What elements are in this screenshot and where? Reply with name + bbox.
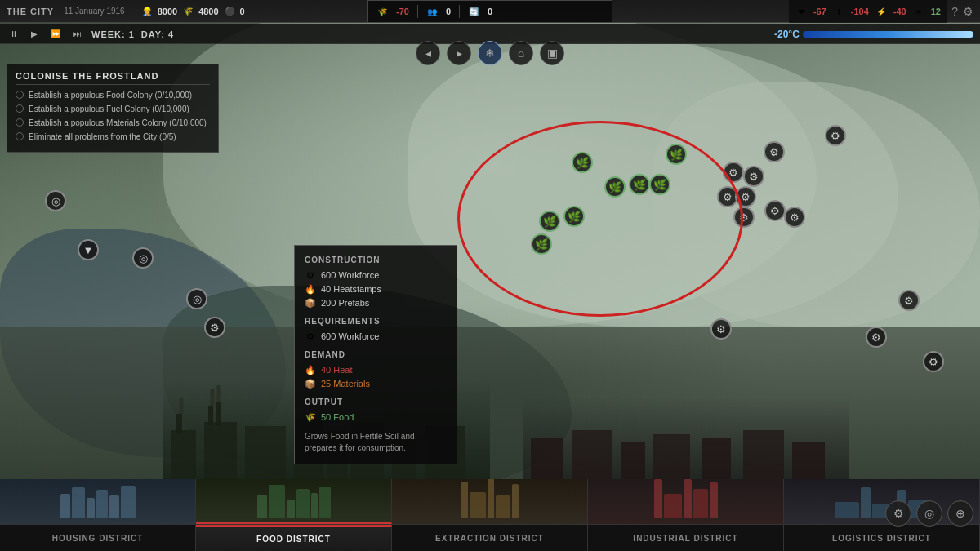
map-marker-left[interactable]: ◎ [45,190,66,211]
map-marker-food[interactable]: 🌿 [572,152,593,173]
settings-panel-button[interactable]: ⚙ [885,500,911,527]
play-button[interactable]: ▶ [28,28,41,40]
map-marker-right[interactable]: ⚙ [784,207,805,228]
tab-industrial[interactable]: INDUSTRIAL DISTRICT [588,525,784,551]
coal-value: 0 [240,7,245,16]
demand-title: DEMAND [305,350,447,359]
map-marker-right[interactable]: ⚙ [764,200,786,221]
top-right-bar: ❤ -67 ✝ -104 ⚡ -40 ☀ 12 [789,0,947,23]
mission-panel: COLONISE THE FROSTLAND Establish a popul… [7,64,219,153]
fast-forward-button[interactable]: ⏩ [47,28,64,40]
workforce-icon: ⚙ [305,269,316,281]
svg-rect-14 [531,438,564,479]
map-marker-right[interactable]: ⚙ [898,290,920,311]
mission-radio-1 [16,91,24,99]
mission-item-1: Establish a populous Food Colony (0/10,0… [16,90,210,100]
mission-radio-4 [16,132,24,140]
day-label: DAY: 4 [141,29,174,39]
temp-track [803,31,973,38]
map-marker-right[interactable]: ⚙ [735,186,756,207]
top-right-controls: ? ⚙ [951,5,973,18]
construction-row-1: ⚙ 600 Workforce [305,269,447,281]
svg-rect-4 [216,402,221,426]
map-marker-left[interactable]: ◎ [186,288,207,309]
tab-food[interactable]: FOOD DISTRICT [196,525,392,551]
housing-thumbnail[interactable] [0,479,196,524]
svg-rect-20 [792,442,825,479]
map-marker-left[interactable]: ◎ [132,247,154,269]
construction-title: CONSTRUCTION [305,256,447,264]
requirements-row-1: ⚙ 600 Workforce [305,331,447,342]
industrial-thumbnail[interactable] [588,479,784,524]
map-marker-right[interactable]: ⚙ [764,141,785,162]
map-marker-right[interactable]: ⚙ [733,207,755,228]
map-marker-right[interactable]: ⚙ [825,125,846,146]
food-thumbnail[interactable] [196,479,392,524]
map-filter-button[interactable]: ▣ [540,41,564,65]
demand-row-2: 📦 25 Materials [305,378,447,389]
map-marker-food[interactable]: 🌿 [531,233,552,255]
svg-rect-3 [208,406,213,425]
building-filter-button[interactable]: ⌂ [509,41,533,65]
output-food: 50 Food [321,412,354,422]
snowflake-filter-button[interactable]: ❄ [478,41,502,65]
map-marker-right[interactable]: ⚙ [866,327,887,348]
health-value: -67 [813,7,826,16]
forward-arrow-button[interactable]: ▸ [447,41,471,65]
temperature-value: -20°C [774,29,800,40]
map-marker-food[interactable]: 🌿 [604,176,626,198]
mission-item-2: Establish a populous Fuel Colony (0/10,0… [16,104,210,114]
map-marker-left[interactable]: ▼ [78,239,99,260]
construction-section: CONSTRUCTION ⚙ 600 Workforce 🔥 40 Heatst… [305,256,447,309]
req-workforce: 600 Workforce [321,331,379,341]
skip-forward-button[interactable]: ⏭ [70,28,85,40]
construction-row-2: 🔥 40 Heatstamps [305,283,447,295]
map-marker-food[interactable]: 🌿 [539,211,560,232]
top-people-value: 0 [446,7,451,16]
demand-materials: 25 Materials [321,379,370,389]
settings-button[interactable]: ⚙ [963,5,973,18]
map-marker-right[interactable]: ⚙ [743,166,764,187]
top-food-icon: 🌾 [376,6,388,17]
bottom-bar: HOUSING DISTRICT FOOD DISTRICT EXTRACTIO… [0,479,980,551]
map-marker-left[interactable]: ⚙ [204,317,225,338]
health-icon: ❤ [795,6,807,17]
output-row-1: 🌾 50 Food [305,411,447,423]
output-title: OUTPUT [305,398,447,407]
pause-button[interactable]: ⏸ [7,28,21,40]
top-center-resource-bar: 🌾 -70 👥 0 🔄 0 [368,0,612,23]
map-marker-food[interactable]: 🌿 [564,206,585,227]
extraction-thumbnail[interactable] [392,479,588,524]
unrest-value: -40 [893,7,906,16]
district-tabs: HOUSING DISTRICT FOOD DISTRICT EXTRACTIO… [0,525,980,551]
map-marker-right[interactable]: ⚙ [710,318,732,340]
mission-text-4: Eliminate all problems from the City (0/… [29,131,176,142]
tab-extraction[interactable]: EXTRACTION DISTRICT [392,525,588,551]
tab-housing[interactable]: HOUSING DISTRICT [0,525,196,551]
top-food-value: -70 [396,7,409,16]
mission-radio-2 [16,104,24,113]
coal-icon: ⚫ [224,6,235,17]
map-panel-button[interactable]: ⊕ [947,500,973,527]
output-food-icon: 🌾 [305,411,316,423]
mission-text-3: Establish a populous Materials Colony (0… [29,118,207,128]
demand-heat-icon: 🔥 [305,364,316,375]
info-panel: CONSTRUCTION ⚙ 600 Workforce 🔥 40 Heatst… [294,245,457,464]
svg-rect-0 [172,430,196,479]
happiness-icon: ☀ [913,6,924,17]
map-marker-food[interactable]: 🌿 [629,174,650,195]
demand-heat: 40 Heat [321,365,353,375]
back-arrow-button[interactable]: ◂ [416,41,440,65]
map-marker-right[interactable]: ⚙ [723,162,744,183]
map-marker-food[interactable]: 🌿 [649,174,670,195]
workforce-value: 8000 [158,7,177,16]
map-marker-food[interactable]: 🌿 [666,144,687,165]
target-panel-button[interactable]: ◎ [916,500,942,527]
svg-rect-19 [743,430,784,479]
mission-radio-3 [16,118,24,127]
construction-row-3: 📦 200 Prefabs [305,297,447,309]
help-button[interactable]: ? [951,5,958,18]
tab-logistics[interactable]: LOGISTICS DISTRICT [784,525,980,551]
top-center-icons: ◂ ▸ ❄ ⌂ ▣ [416,41,564,65]
map-marker-right[interactable]: ⚙ [923,351,944,372]
